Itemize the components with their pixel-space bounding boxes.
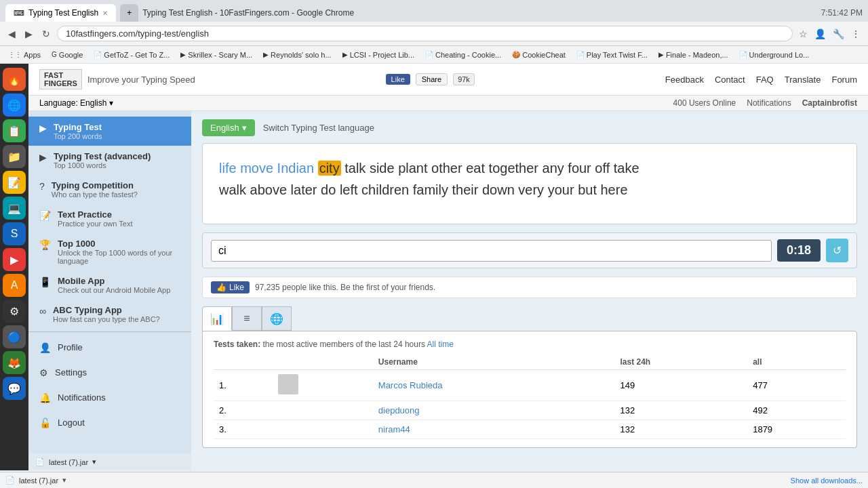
bookmark-cheating[interactable]: 📄 Cheating - Cookie... xyxy=(422,50,504,60)
show-all-downloads-link[interactable]: Show all downloads... xyxy=(791,476,863,485)
notifications-link[interactable]: Notifications xyxy=(747,98,791,108)
sidebar-item-typing-advanced[interactable]: ▶ Typing Test (advanced) Top 1000 words xyxy=(28,146,191,175)
sidebar-item-profile[interactable]: 👤 Profile xyxy=(28,335,191,360)
cell-username: Marcos Rubieda xyxy=(373,370,615,401)
os-icon-3[interactable]: 📋 xyxy=(3,119,26,142)
sidebar-item-notifications[interactable]: 🔔 Notifications xyxy=(28,385,191,410)
logout-icon: 🔓 xyxy=(39,418,51,428)
jar-icon: 📄 xyxy=(35,458,45,466)
reload-btn[interactable]: ↻ xyxy=(39,27,53,41)
reset-btn[interactable]: ↺ xyxy=(826,239,848,262)
bookmark-underground[interactable]: 📄 Underground Lo... xyxy=(736,50,812,60)
all-time-link[interactable]: All time xyxy=(427,340,454,349)
os-icon-6[interactable]: 💻 xyxy=(3,197,26,220)
language-bar: Language: English ▾ 400 Users Online Not… xyxy=(28,96,868,111)
sidebar-item-abc-app[interactable]: ∞ ABC Typing App How fast can you type t… xyxy=(28,300,191,329)
bookmark-cheating-label: Cheating - Cookie... xyxy=(435,51,501,59)
menu-icon[interactable]: ⋮ xyxy=(849,27,863,41)
leaderboard-container: Tests taken: the most active members of … xyxy=(202,331,857,448)
cell-rank: 3. xyxy=(214,420,273,439)
bookmark-reynolds[interactable]: ▶ Reynolds' solo h... xyxy=(260,50,334,60)
nav-feedback[interactable]: Feedback xyxy=(665,75,704,85)
nav-faq[interactable]: FAQ xyxy=(756,75,774,85)
nav-contact[interactable]: Contact xyxy=(715,75,745,85)
download-dropdown-icon[interactable]: ▾ xyxy=(62,476,66,485)
bookmark-finale[interactable]: ▶ Finale - Madeon,... xyxy=(656,50,731,60)
competition-title: Typing Competition xyxy=(52,180,138,190)
os-icon-10[interactable]: ⚙ xyxy=(3,300,26,323)
bookmark-star-icon[interactable]: ☆ xyxy=(797,27,810,41)
fb-share-btn[interactable]: Share xyxy=(416,73,448,85)
language-selector[interactable]: Language: English ▾ xyxy=(39,98,113,108)
extension-icon[interactable]: 🔧 xyxy=(831,27,846,41)
nav-forum[interactable]: Forum xyxy=(831,75,857,85)
fb-count: 97k xyxy=(453,73,475,85)
os-icon-9[interactable]: A xyxy=(3,274,26,297)
text-practice-icon: 📝 xyxy=(39,210,51,221)
os-icon-4[interactable]: 📁 xyxy=(3,145,26,168)
os-icon-8[interactable]: ▶ xyxy=(3,248,26,271)
typing-input[interactable] xyxy=(211,240,772,262)
profile-icon[interactable]: 👤 xyxy=(812,27,828,41)
address-bar[interactable]: 10fastfingers.com/typing-test/english xyxy=(57,26,793,41)
bookmark-cookiecheat[interactable]: 🍪 CookieCheat xyxy=(509,50,568,60)
switch-lang-link[interactable]: Switch Typing Test language xyxy=(263,123,374,133)
username-link[interactable]: niram44 xyxy=(378,424,410,434)
lb-tab-list[interactable]: ≡ xyxy=(232,306,262,331)
language-btn[interactable]: English ▾ xyxy=(202,119,255,136)
fb-like-btn[interactable]: 👍 Like xyxy=(211,281,250,293)
bookmark-lcsi[interactable]: ▶ LCSI - Project Lib... xyxy=(340,50,417,60)
abc-app-title: ABC Typing App xyxy=(53,305,160,315)
typing-words-box: life move Indian city talk side plant ot… xyxy=(202,143,857,224)
fb-like-text: 97,235 people like this. Be the first of… xyxy=(255,283,435,292)
lb-table-header: Username last 24h all xyxy=(214,354,846,370)
bookmark-skrillex[interactable]: ▶ Skrillex - Scary M... xyxy=(178,50,255,60)
logo-text: FAST xyxy=(44,71,63,79)
tab-close-btn[interactable]: ✕ xyxy=(102,9,108,17)
nav-translate[interactable]: Translate xyxy=(785,75,821,85)
active-tab[interactable]: ⌨ Typing Test English ✕ xyxy=(5,4,116,22)
cell-avatar xyxy=(273,370,373,401)
os-icon-5[interactable]: 📝 xyxy=(3,171,26,194)
os-icon-11[interactable]: 🔵 xyxy=(3,325,26,348)
username-link[interactable]: Marcos Rubieda xyxy=(378,380,443,390)
sidebar-item-text-practice[interactable]: 📝 Text Practice Practice your own Text xyxy=(28,204,191,233)
bookmark-item[interactable]: ⋮⋮ Apps xyxy=(5,50,43,60)
sidebar-item-settings[interactable]: ⚙ Settings xyxy=(28,360,191,385)
sidebar-item-top1000[interactable]: 🏆 Top 1000 Unlock the Top 1000 words of … xyxy=(28,233,191,270)
settings-nav-icon: ⚙ xyxy=(39,367,48,378)
os-icon-7[interactable]: S xyxy=(3,222,26,245)
back-btn[interactable]: ◀ xyxy=(5,27,18,41)
lang-bar-right: 400 Users Online Notifications Captainbr… xyxy=(673,98,857,108)
lb-tab-chart[interactable]: 📊 xyxy=(202,306,232,331)
sidebar-item-logout[interactable]: 🔓 Logout xyxy=(28,410,191,435)
username-link[interactable]: diepduong xyxy=(378,405,420,415)
os-icon-12[interactable]: 🦊 xyxy=(3,351,26,374)
download-item[interactable]: 📄 latest (7).jar ▾ xyxy=(5,476,66,485)
lb-header-row: Tests taken: the most active members of … xyxy=(214,340,846,349)
typing-test-title: Typing Test xyxy=(54,122,102,132)
sidebar-item-competition[interactable]: ? Typing Competition Who can type the fa… xyxy=(28,175,191,204)
os-icon-1[interactable]: 🔥 xyxy=(3,68,26,91)
username-link[interactable]: Captainbrofist xyxy=(802,98,857,108)
bookmark-gettoz[interactable]: 📄 GetToZ - Get To Z... xyxy=(91,50,172,60)
download-item-sidebar[interactable]: 📄 latest (7).jar ▾ xyxy=(28,453,191,470)
typing-test-icon: ▶ xyxy=(39,123,47,134)
bookmark-google[interactable]: G Google xyxy=(49,50,85,60)
fb-header-share: Like Share 97k xyxy=(386,73,475,85)
lb-tab-globe[interactable]: 🌐 xyxy=(262,306,292,331)
forward-btn[interactable]: ▶ xyxy=(22,27,35,41)
bookmark-texttwist[interactable]: 📄 Play Text Twist F... xyxy=(574,50,650,60)
word-talk: talk side plant other eat together any f… xyxy=(344,161,639,176)
sidebar-item-typing-test[interactable]: ▶ Typing Test Top 200 words xyxy=(28,117,191,146)
sidebar-item-mobile-app[interactable]: 📱 Mobile App Check out our Android Mobil… xyxy=(28,270,191,300)
profile-label: Profile xyxy=(58,342,83,352)
content-area: English ▾ Switch Typing Test language li… xyxy=(191,111,868,470)
jar-dropdown[interactable]: ▾ xyxy=(92,458,96,466)
fb-like-header-btn[interactable]: Like xyxy=(386,74,410,85)
typing-header: English ▾ Switch Typing Test language xyxy=(202,119,857,136)
lb-header-sub: the most active members of the last 24 h… xyxy=(262,340,427,349)
os-icon-2[interactable]: 🌐 xyxy=(3,94,26,117)
inactive-tab[interactable]: + xyxy=(120,4,138,22)
os-icon-13[interactable]: 💬 xyxy=(3,377,26,400)
